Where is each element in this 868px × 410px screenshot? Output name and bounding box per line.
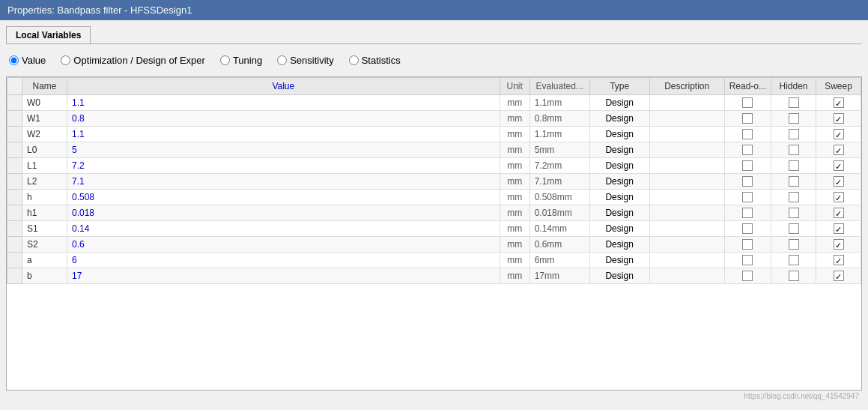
- checkbox-sweep[interactable]: ✓: [834, 255, 844, 265]
- cell-value[interactable]: 6: [67, 253, 500, 268]
- cell-hidden[interactable]: [771, 174, 816, 190]
- cell-sweep[interactable]: ✓: [816, 158, 861, 174]
- cell-hidden[interactable]: [771, 95, 816, 111]
- checkbox-readonly[interactable]: [742, 239, 753, 250]
- cell-readonly[interactable]: [724, 174, 771, 190]
- cell-sweep[interactable]: ✓: [816, 268, 861, 284]
- cell-readonly[interactable]: [724, 127, 771, 142]
- cell-hidden[interactable]: [771, 190, 816, 205]
- cell-sweep[interactable]: ✓: [816, 111, 861, 127]
- cell-index: [7, 142, 22, 158]
- checkbox-sweep[interactable]: ✓: [834, 97, 844, 108]
- cell-sweep[interactable]: ✓: [816, 237, 861, 253]
- radio-optimization[interactable]: Optimization / Design of Exper: [61, 55, 205, 66]
- cell-hidden[interactable]: [771, 268, 816, 284]
- checkbox-hidden[interactable]: [789, 176, 799, 187]
- cell-hidden[interactable]: [771, 142, 816, 158]
- cell-readonly[interactable]: [724, 253, 771, 268]
- cell-readonly[interactable]: [724, 95, 771, 111]
- cell-hidden[interactable]: [771, 127, 816, 142]
- cell-value[interactable]: 0.8: [67, 111, 500, 127]
- title-text: Properties: Bandpass filter - HFSSDesign…: [7, 4, 192, 16]
- cell-value[interactable]: 1.1: [67, 95, 500, 111]
- radio-tuning[interactable]: Tuning: [220, 55, 262, 66]
- cell-hidden[interactable]: [771, 158, 816, 174]
- radio-sensitivity[interactable]: Sensitivity: [277, 55, 334, 66]
- checkbox-readonly[interactable]: [742, 255, 753, 265]
- cell-hidden[interactable]: [771, 205, 816, 221]
- cell-readonly[interactable]: [724, 111, 771, 127]
- cell-description: [649, 158, 724, 174]
- cell-readonly[interactable]: [724, 158, 771, 174]
- cell-hidden[interactable]: [771, 253, 816, 268]
- cell-name: L2: [22, 174, 67, 190]
- cell-readonly[interactable]: [724, 268, 771, 284]
- cell-readonly[interactable]: [724, 190, 771, 205]
- checkbox-sweep[interactable]: ✓: [834, 113, 844, 124]
- cell-sweep[interactable]: ✓: [816, 95, 861, 111]
- cell-value[interactable]: 7.2: [67, 158, 500, 174]
- cell-sweep[interactable]: ✓: [816, 174, 861, 190]
- checkbox-hidden[interactable]: [789, 208, 799, 218]
- cell-unit: mm: [500, 268, 529, 284]
- cell-hidden[interactable]: [771, 237, 816, 253]
- checkbox-readonly[interactable]: [742, 129, 753, 139]
- cell-value[interactable]: 17: [67, 268, 500, 284]
- cell-value[interactable]: 0.018: [67, 205, 500, 221]
- cell-value[interactable]: 1.1: [67, 127, 500, 142]
- checkbox-hidden[interactable]: [789, 160, 799, 171]
- checkbox-sweep[interactable]: ✓: [834, 208, 844, 218]
- checkbox-hidden[interactable]: [789, 113, 799, 124]
- cell-sweep[interactable]: ✓: [816, 205, 861, 221]
- cell-readonly[interactable]: [724, 205, 771, 221]
- checkbox-readonly[interactable]: [742, 160, 753, 171]
- checkbox-readonly[interactable]: [742, 176, 753, 187]
- cell-readonly[interactable]: [724, 221, 771, 237]
- cell-type: Design: [589, 253, 649, 268]
- checkbox-hidden[interactable]: [789, 192, 799, 202]
- cell-value[interactable]: 7.1: [67, 174, 500, 190]
- checkbox-sweep[interactable]: ✓: [834, 239, 844, 250]
- checkbox-hidden[interactable]: [789, 271, 799, 281]
- cell-sweep[interactable]: ✓: [816, 142, 861, 158]
- checkbox-hidden[interactable]: [789, 129, 799, 139]
- checkbox-sweep[interactable]: ✓: [834, 223, 844, 234]
- checkbox-readonly[interactable]: [742, 208, 753, 218]
- cell-description: [649, 95, 724, 111]
- cell-readonly[interactable]: [724, 142, 771, 158]
- checkbox-readonly[interactable]: [742, 192, 753, 202]
- tab-local-variables[interactable]: Local Variables: [6, 26, 91, 43]
- cell-name: L0: [22, 142, 67, 158]
- checkbox-sweep[interactable]: ✓: [834, 129, 844, 139]
- radio-statistics[interactable]: Statistics: [349, 55, 401, 66]
- cell-readonly[interactable]: [724, 237, 771, 253]
- checkbox-readonly[interactable]: [742, 97, 753, 108]
- checkbox-hidden[interactable]: [789, 239, 799, 250]
- cell-value[interactable]: 0.14: [67, 221, 500, 237]
- checkbox-readonly[interactable]: [742, 145, 753, 155]
- checkbox-hidden[interactable]: [789, 255, 799, 265]
- checkbox-sweep[interactable]: ✓: [834, 160, 844, 171]
- checkbox-readonly[interactable]: [742, 113, 753, 124]
- cell-value[interactable]: 0.6: [67, 237, 500, 253]
- checkbox-readonly[interactable]: [742, 271, 753, 281]
- cell-sweep[interactable]: ✓: [816, 221, 861, 237]
- checkbox-hidden[interactable]: [789, 223, 799, 234]
- checkbox-sweep[interactable]: ✓: [834, 192, 844, 202]
- checkbox-sweep[interactable]: ✓: [834, 176, 844, 187]
- checkbox-sweep[interactable]: ✓: [834, 145, 844, 155]
- variables-table: Name Value Unit Evaluated... Type Descri…: [7, 77, 861, 284]
- cell-sweep[interactable]: ✓: [816, 190, 861, 205]
- cell-value[interactable]: 5: [67, 142, 500, 158]
- cell-value[interactable]: 0.508: [67, 190, 500, 205]
- cell-unit: mm: [500, 221, 529, 237]
- radio-value[interactable]: Value: [9, 55, 46, 66]
- checkbox-hidden[interactable]: [789, 145, 799, 155]
- cell-sweep[interactable]: ✓: [816, 127, 861, 142]
- checkbox-hidden[interactable]: [789, 97, 799, 108]
- cell-hidden[interactable]: [771, 111, 816, 127]
- cell-hidden[interactable]: [771, 221, 816, 237]
- checkbox-readonly[interactable]: [742, 223, 753, 234]
- cell-sweep[interactable]: ✓: [816, 253, 861, 268]
- checkbox-sweep[interactable]: ✓: [834, 271, 844, 281]
